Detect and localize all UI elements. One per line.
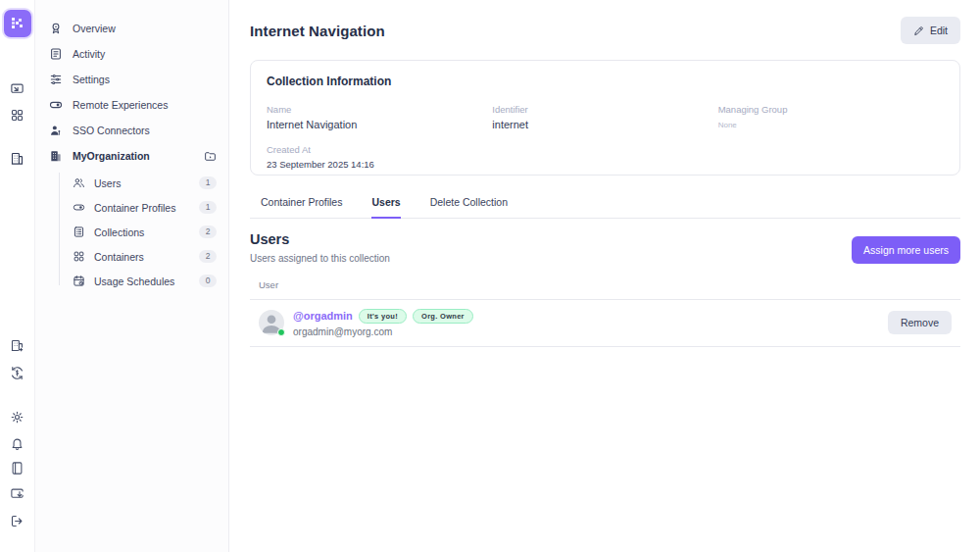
person-key-icon (49, 124, 63, 137)
field-managing-group: Managing Group None (718, 104, 944, 130)
subscription-sync-icon[interactable] (10, 365, 25, 380)
sidebar-item-label: Containers (94, 251, 144, 263)
tab-delete-collection[interactable]: Delete Collection (430, 196, 508, 219)
toggle-icon (73, 201, 85, 214)
add-organization-icon[interactable] (10, 337, 25, 353)
its-you-badge: It's you! (359, 309, 407, 324)
users-icon (73, 176, 85, 189)
page-header: Internet Navigation Edit (250, 14, 960, 47)
field-label: Name (267, 104, 492, 115)
containers-rail-icon[interactable] (10, 107, 25, 123)
field-value: None (718, 121, 944, 129)
sidebar-item-label: Container Profiles (94, 202, 175, 214)
detail-tabs: Container Profiles Users Delete Collecti… (250, 196, 960, 219)
tab-users[interactable]: Users (371, 196, 400, 219)
count-badge: 2 (199, 226, 217, 238)
sliders-icon (49, 73, 63, 86)
gear-icon[interactable] (10, 409, 25, 425)
section-title: Users (250, 231, 390, 247)
section-subtitle: Users assigned to this collection (250, 253, 390, 264)
field-label: Identifier (492, 104, 717, 115)
collection-information-card: Collection Information Name Internet Nav… (250, 60, 960, 176)
sidebar-item-label: Settings (73, 74, 110, 85)
username-link[interactable]: @orgadmin (293, 310, 353, 322)
field-value: Internet Navigation (267, 119, 492, 130)
edit-button[interactable]: Edit (901, 17, 960, 44)
organization-subtree: Users 1 Container Profiles 1 Collections… (35, 171, 228, 293)
field-name: Name Internet Navigation (267, 104, 492, 130)
count-badge: 2 (199, 250, 217, 263)
kasm-logo-glyph (10, 16, 25, 31)
remove-button[interactable]: Remove (888, 311, 952, 334)
count-badge: 1 (199, 201, 217, 214)
sidebar-item-settings[interactable]: Settings (35, 67, 228, 92)
sidebar-item-label: Users (94, 177, 121, 189)
book-icon[interactable] (10, 460, 25, 476)
field-value: internet (492, 119, 717, 130)
sidebar-item-label: Activity (73, 48, 105, 60)
users-table: User @orgadmin It's you! Org. Owner orga… (250, 276, 960, 347)
sidebar-item-label: SSO Connectors (73, 125, 150, 136)
remote-sessions-icon[interactable] (10, 80, 25, 96)
building-icon (49, 149, 63, 163)
user-cell: @orgadmin It's you! Org. Owner orgadmin@… (293, 309, 473, 337)
sidebar-item-label: Remote Experiences (73, 99, 168, 111)
tab-container-profiles[interactable]: Container Profiles (261, 196, 342, 219)
sidebar-item-collections[interactable]: Collections 2 (35, 220, 228, 244)
online-status-dot (277, 328, 285, 336)
field-value: 23 September 2025 14:16 (267, 159, 492, 170)
calendar-clock-icon (73, 275, 85, 287)
sidebar-item-container-profiles[interactable]: Container Profiles 1 (35, 195, 228, 220)
card-title: Collection Information (267, 75, 944, 88)
table-row: @orgadmin It's you! Org. Owner orgadmin@… (250, 300, 960, 347)
field-created-at: Created At 23 September 2025 14:16 (267, 144, 492, 170)
grid-icon (73, 250, 85, 263)
sidebar-item-overview[interactable]: Overview (35, 16, 228, 41)
toggle-icon (49, 98, 63, 112)
sidebar-item-users[interactable]: Users 1 (35, 171, 228, 195)
user-email: orgadmin@myorg.com (293, 326, 473, 337)
screen-download-icon[interactable] (10, 485, 25, 501)
bell-icon[interactable] (10, 435, 25, 451)
org-owner-badge: Org. Owner (413, 309, 473, 324)
users-section-text: Users Users assigned to this collection (250, 231, 390, 264)
page-title: Internet Navigation (250, 23, 385, 39)
field-identifier: Identifier internet (492, 104, 717, 130)
sidebar-item-label: Usage Schedules (94, 276, 174, 287)
field-label: Managing Group (718, 104, 944, 115)
app-logo[interactable] (4, 10, 31, 37)
sidebar-item-label: Collections (94, 226, 144, 238)
sidebar-item-label: Overview (73, 23, 116, 34)
list-doc-icon (73, 226, 85, 238)
sidebar-item-activity[interactable]: Activity (35, 41, 228, 67)
sidebar: Overview Activity Settings Remote Experi… (35, 0, 229, 552)
medal-icon (49, 22, 63, 35)
edit-button-label: Edit (930, 25, 948, 36)
folder-icon[interactable] (204, 150, 217, 163)
field-label: Created At (267, 144, 492, 155)
sidebar-item-myorganization[interactable]: MyOrganization (35, 143, 228, 169)
sidebar-item-containers[interactable]: Containers 2 (35, 244, 228, 269)
main-content: Internet Navigation Edit Collection Info… (229, 0, 980, 552)
sidebar-item-remote-experiences[interactable]: Remote Experiences (35, 92, 228, 118)
sidebar-item-sso-connectors[interactable]: SSO Connectors (35, 118, 228, 143)
table-header-user: User (250, 276, 960, 300)
pencil-icon (913, 25, 924, 36)
organization-rail-icon[interactable] (10, 150, 25, 166)
avatar (259, 310, 284, 335)
users-section-header: Users Users assigned to this collection … (250, 231, 960, 264)
sidebar-item-usage-schedules[interactable]: Usage Schedules 0 (35, 269, 228, 293)
icon-rail (0, 0, 35, 552)
logout-icon[interactable] (10, 513, 25, 528)
count-badge: 0 (199, 275, 217, 287)
count-badge: 1 (199, 176, 217, 189)
document-icon (49, 47, 63, 61)
assign-more-users-button[interactable]: Assign more users (852, 236, 960, 264)
collection-fields: Name Internet Navigation Identifier inte… (267, 104, 944, 170)
sidebar-item-label: MyOrganization (73, 150, 150, 162)
